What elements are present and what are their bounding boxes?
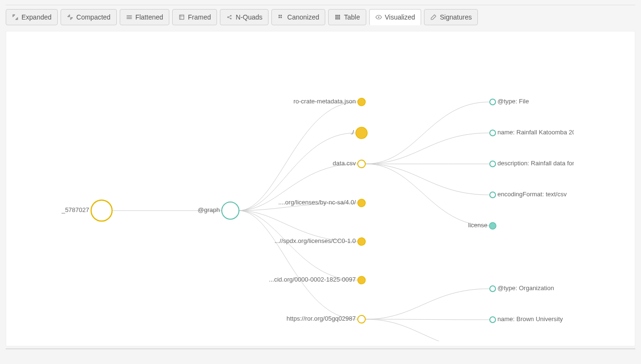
leaf-encoding[interactable] [490,192,496,198]
node-graph[interactable] [222,202,239,219]
node-label: ...cid.org/0000-0002-1825-0097 [269,276,356,283]
leaf-type-org[interactable] [490,286,496,292]
svg-rect-13 [339,17,340,18]
leaf-label: license [468,222,487,229]
edge [366,102,489,164]
svg-rect-15 [337,18,339,20]
flatten-icon [126,14,133,20]
node-orcid[interactable] [358,276,365,284]
compact-icon [67,14,73,20]
pencil-icon [430,14,437,20]
svg-rect-11 [335,17,337,18]
svg-rect-5 [280,15,282,16]
edge [366,164,489,195]
node-label: ro-crate-metadata.json [293,98,356,105]
edge [238,211,357,319]
svg-rect-8 [335,15,337,16]
tab-label: Expanded [21,13,52,21]
tab-label: Flattened [135,13,163,21]
leaf-name-brown[interactable] [490,317,496,323]
node-label: https://ror.org/05gq02987 [287,315,356,322]
tab-compacted[interactable]: Compacted [61,9,117,25]
tab-label: Visualized [385,13,415,21]
bottom-divider [6,348,635,350]
svg-rect-7 [280,17,282,18]
leaf-label: name: Brown University [497,315,563,323]
node-graph-label: @graph [198,206,220,213]
node-license-cc0[interactable] [358,238,365,245]
svg-point-17 [378,17,379,18]
edge [366,164,489,226]
share-icon [226,14,233,20]
leaf-label: encodingFormat: text/csv [497,191,567,198]
svg-rect-0 [180,15,184,20]
tab-nquads[interactable]: N-Quads [220,9,269,25]
eye-icon [375,14,382,20]
tab-canonized[interactable]: Canonized [271,9,325,25]
leaf-name-rainfall[interactable] [490,130,496,136]
svg-rect-14 [335,18,337,20]
edge [238,102,357,211]
edge [238,211,357,280]
tab-signatures[interactable]: Signatures [424,9,478,25]
grid-icon [334,14,341,20]
node-root-label: _5787027 [61,206,89,213]
tabs-bar: Expanded Compacted Flattened Framed N-Qu… [6,9,635,25]
node-root[interactable] [91,200,112,221]
graph-svg[interactable]: _5787027 @graph ro-crate-metadata.json .… [11,36,574,341]
tab-label: Table [344,13,360,21]
top-divider [6,5,635,5]
node-dot-slash[interactable] [356,127,367,139]
leaf-type-file[interactable] [490,99,496,105]
node-label: data.csv [333,160,356,167]
tab-label: Signatures [440,13,472,21]
tab-table[interactable]: Table [328,9,366,25]
svg-rect-10 [339,15,340,16]
grid-sm-icon [278,14,284,20]
visualization-panel: _5787027 @graph ro-crate-metadata.json .… [6,31,635,346]
node-ror[interactable] [358,315,365,323]
svg-rect-6 [279,17,280,18]
edge [366,133,489,164]
node-label: ...//spdx.org/licenses/CC0-1.0 [274,237,356,244]
node-metadata-json[interactable] [358,98,365,106]
svg-rect-12 [337,17,339,18]
tab-visualized[interactable]: Visualized [369,9,422,25]
svg-rect-9 [337,15,339,16]
leaf-label: description: Rainfall data for Katoomba,… [497,160,574,167]
node-label: ./ [351,129,354,136]
tab-label: Framed [188,13,211,21]
tab-label: Canonized [287,13,319,21]
node-data-csv[interactable] [358,160,365,168]
tab-framed[interactable]: Framed [172,9,217,25]
node-label: ....org/licenses/by-nc-sa/4.0/ [278,199,356,206]
leaf-label: @type: File [497,98,529,105]
leaf-license[interactable] [489,222,496,229]
expand-icon [12,14,19,20]
tab-label: N-Quads [236,13,262,21]
svg-rect-4 [279,15,280,16]
node-license-bync[interactable] [358,199,365,207]
leaf-description[interactable] [490,161,496,167]
edge [366,319,489,341]
tab-expanded[interactable]: Expanded [6,9,58,25]
leaf-label: name: Rainfall Katoomba 2022-02 [497,129,574,136]
svg-rect-16 [339,18,340,20]
tab-label: Compacted [76,13,111,21]
edge [366,289,489,319]
leaf-label: @type: Organization [497,284,554,292]
tab-flattened[interactable]: Flattened [120,9,169,25]
edge [366,319,489,320]
frame-icon [178,14,185,20]
